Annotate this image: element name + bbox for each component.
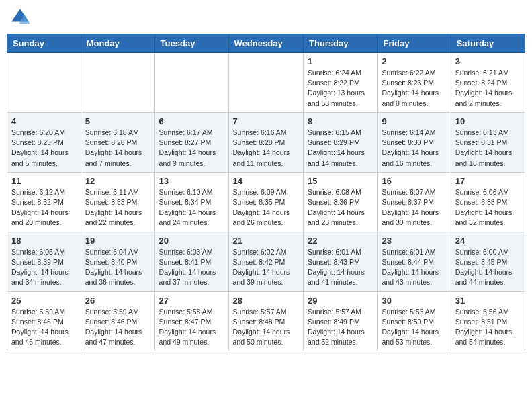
header-day-wednesday: Wednesday: [228, 34, 303, 53]
day-cell: 1Sunrise: 6:24 AM Sunset: 8:22 PM Daylig…: [304, 53, 378, 113]
day-number: 12: [85, 176, 150, 186]
day-cell: [7, 53, 81, 113]
day-cell: 29Sunrise: 5:57 AM Sunset: 8:49 PM Dayli…: [304, 291, 378, 351]
calendar-body: 1Sunrise: 6:24 AM Sunset: 8:22 PM Daylig…: [7, 53, 525, 351]
day-number: 16: [382, 176, 446, 186]
day-cell: 7Sunrise: 6:16 AM Sunset: 8:28 PM Daylig…: [228, 112, 303, 172]
day-info: Sunrise: 5:56 AM Sunset: 8:51 PM Dayligh…: [455, 307, 521, 348]
day-number: 5: [85, 116, 150, 126]
day-info: Sunrise: 5:56 AM Sunset: 8:50 PM Dayligh…: [382, 307, 446, 348]
day-info: Sunrise: 6:06 AM Sunset: 8:38 PM Dayligh…: [455, 187, 521, 228]
day-info: Sunrise: 5:57 AM Sunset: 8:48 PM Dayligh…: [233, 307, 299, 348]
day-number: 28: [233, 295, 299, 306]
day-cell: 28Sunrise: 5:57 AM Sunset: 8:48 PM Dayli…: [228, 291, 303, 351]
day-info: Sunrise: 6:24 AM Sunset: 8:22 PM Dayligh…: [308, 68, 373, 109]
day-number: 15: [308, 176, 373, 186]
header-row: SundayMondayTuesdayWednesdayThursdayFrid…: [7, 34, 525, 53]
day-info: Sunrise: 6:17 AM Sunset: 8:27 PM Dayligh…: [159, 128, 224, 169]
week-row-4: 18Sunrise: 6:05 AM Sunset: 8:39 PM Dayli…: [7, 232, 525, 291]
day-cell: [81, 53, 154, 113]
day-info: Sunrise: 6:09 AM Sunset: 8:35 PM Dayligh…: [233, 187, 299, 228]
header-day-thursday: Thursday: [304, 34, 378, 53]
day-cell: 31Sunrise: 5:56 AM Sunset: 8:51 PM Dayli…: [451, 291, 525, 351]
day-cell: 19Sunrise: 6:04 AM Sunset: 8:40 PM Dayli…: [81, 232, 154, 291]
day-number: 24: [455, 236, 521, 246]
day-cell: 26Sunrise: 5:59 AM Sunset: 8:46 PM Dayli…: [81, 291, 154, 351]
day-info: Sunrise: 5:58 AM Sunset: 8:47 PM Dayligh…: [159, 307, 224, 348]
day-cell: 13Sunrise: 6:10 AM Sunset: 8:34 PM Dayli…: [154, 172, 228, 232]
week-row-5: 25Sunrise: 5:59 AM Sunset: 8:46 PM Dayli…: [7, 291, 525, 351]
day-cell: 16Sunrise: 6:07 AM Sunset: 8:37 PM Dayli…: [378, 172, 451, 232]
day-number: 13: [159, 176, 224, 186]
week-row-1: 1Sunrise: 6:24 AM Sunset: 8:22 PM Daylig…: [7, 53, 525, 113]
day-number: 8: [308, 116, 373, 126]
day-cell: 11Sunrise: 6:12 AM Sunset: 8:32 PM Dayli…: [7, 172, 81, 232]
day-info: Sunrise: 6:07 AM Sunset: 8:37 PM Dayligh…: [382, 187, 446, 228]
logo-icon: [9, 7, 31, 28]
day-cell: 30Sunrise: 5:56 AM Sunset: 8:50 PM Dayli…: [378, 291, 451, 351]
day-cell: 18Sunrise: 6:05 AM Sunset: 8:39 PM Dayli…: [7, 232, 81, 291]
day-number: 4: [11, 116, 77, 126]
day-cell: 2Sunrise: 6:22 AM Sunset: 8:23 PM Daylig…: [378, 53, 451, 113]
day-info: Sunrise: 6:05 AM Sunset: 8:39 PM Dayligh…: [11, 247, 77, 288]
day-number: 7: [233, 116, 299, 126]
day-number: 21: [233, 236, 299, 246]
day-cell: 6Sunrise: 6:17 AM Sunset: 8:27 PM Daylig…: [154, 112, 228, 172]
day-cell: 17Sunrise: 6:06 AM Sunset: 8:38 PM Dayli…: [451, 172, 525, 232]
day-cell: 5Sunrise: 6:18 AM Sunset: 8:26 PM Daylig…: [81, 112, 154, 172]
calendar-header: SundayMondayTuesdayWednesdayThursdayFrid…: [7, 34, 525, 53]
day-info: Sunrise: 6:03 AM Sunset: 8:41 PM Dayligh…: [159, 247, 224, 288]
day-cell: 10Sunrise: 6:13 AM Sunset: 8:31 PM Dayli…: [451, 112, 525, 172]
day-number: 25: [11, 295, 77, 306]
day-info: Sunrise: 6:12 AM Sunset: 8:32 PM Dayligh…: [11, 187, 77, 228]
logo: [9, 7, 34, 28]
day-number: 18: [11, 236, 77, 246]
day-cell: [228, 53, 303, 113]
day-cell: 9Sunrise: 6:14 AM Sunset: 8:30 PM Daylig…: [378, 112, 451, 172]
day-cell: 8Sunrise: 6:15 AM Sunset: 8:29 PM Daylig…: [304, 112, 378, 172]
day-number: 22: [308, 236, 373, 246]
header-day-sunday: Sunday: [7, 34, 81, 53]
day-cell: 15Sunrise: 6:08 AM Sunset: 8:36 PM Dayli…: [304, 172, 378, 232]
day-number: 29: [308, 295, 373, 306]
day-info: Sunrise: 6:13 AM Sunset: 8:31 PM Dayligh…: [455, 128, 521, 169]
day-number: 20: [159, 236, 224, 246]
day-number: 10: [455, 116, 521, 126]
day-info: Sunrise: 6:00 AM Sunset: 8:45 PM Dayligh…: [455, 247, 521, 288]
day-cell: 14Sunrise: 6:09 AM Sunset: 8:35 PM Dayli…: [228, 172, 303, 232]
week-row-3: 11Sunrise: 6:12 AM Sunset: 8:32 PM Dayli…: [7, 172, 525, 232]
day-info: Sunrise: 6:11 AM Sunset: 8:33 PM Dayligh…: [85, 187, 150, 228]
day-info: Sunrise: 6:01 AM Sunset: 8:44 PM Dayligh…: [382, 247, 446, 288]
day-info: Sunrise: 6:16 AM Sunset: 8:28 PM Dayligh…: [233, 128, 299, 169]
day-info: Sunrise: 5:59 AM Sunset: 8:46 PM Dayligh…: [11, 307, 77, 348]
day-info: Sunrise: 5:59 AM Sunset: 8:46 PM Dayligh…: [85, 307, 150, 348]
week-row-2: 4Sunrise: 6:20 AM Sunset: 8:25 PM Daylig…: [7, 112, 525, 172]
day-info: Sunrise: 6:14 AM Sunset: 8:30 PM Dayligh…: [382, 128, 446, 169]
day-cell: 3Sunrise: 6:21 AM Sunset: 8:24 PM Daylig…: [451, 53, 525, 113]
day-info: Sunrise: 6:01 AM Sunset: 8:43 PM Dayligh…: [308, 247, 373, 288]
day-number: 26: [85, 295, 150, 306]
page-header: [7, 7, 525, 28]
header-day-saturday: Saturday: [451, 34, 525, 53]
day-number: 14: [233, 176, 299, 186]
day-cell: 21Sunrise: 6:02 AM Sunset: 8:42 PM Dayli…: [228, 232, 303, 291]
day-cell: 12Sunrise: 6:11 AM Sunset: 8:33 PM Dayli…: [81, 172, 154, 232]
day-number: 3: [455, 56, 521, 66]
day-info: Sunrise: 6:02 AM Sunset: 8:42 PM Dayligh…: [233, 247, 299, 288]
day-cell: 25Sunrise: 5:59 AM Sunset: 8:46 PM Dayli…: [7, 291, 81, 351]
calendar-table: SundayMondayTuesdayWednesdayThursdayFrid…: [7, 34, 525, 351]
day-number: 1: [308, 56, 373, 66]
day-info: Sunrise: 6:10 AM Sunset: 8:34 PM Dayligh…: [159, 187, 224, 228]
day-number: 2: [382, 56, 446, 66]
day-info: Sunrise: 6:18 AM Sunset: 8:26 PM Dayligh…: [85, 128, 150, 169]
day-number: 19: [85, 236, 150, 246]
day-number: 23: [382, 236, 446, 246]
day-cell: 4Sunrise: 6:20 AM Sunset: 8:25 PM Daylig…: [7, 112, 81, 172]
header-day-tuesday: Tuesday: [154, 34, 228, 53]
day-number: 9: [382, 116, 446, 126]
day-number: 30: [382, 295, 446, 306]
day-number: 17: [455, 176, 521, 186]
day-number: 6: [159, 116, 224, 126]
day-cell: 20Sunrise: 6:03 AM Sunset: 8:41 PM Dayli…: [154, 232, 228, 291]
day-info: Sunrise: 6:04 AM Sunset: 8:40 PM Dayligh…: [85, 247, 150, 288]
